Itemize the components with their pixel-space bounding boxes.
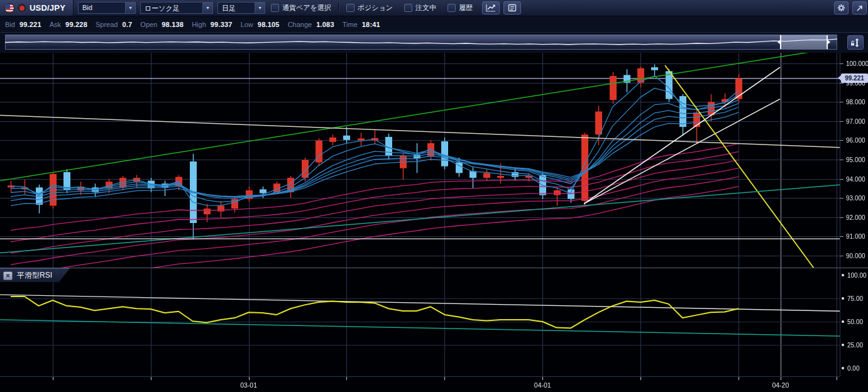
toolbar-separator bbox=[338, 3, 339, 13]
high-value: 99.337 bbox=[211, 21, 233, 28]
toolbar: USD/JPY Bid ▾ ローソク足 ▾ 日足 ▾ 通貨ペアを選択 ポジション… bbox=[0, 0, 868, 16]
checkbox-icon[interactable] bbox=[271, 4, 279, 12]
rsi-panel-tab: ✕ 平滑型RSI bbox=[0, 268, 70, 282]
chevron-down-icon[interactable]: ▾ bbox=[202, 3, 212, 13]
quote-bar: Bid99.221 Ask99.228 Spread0.7 Open98.138… bbox=[0, 16, 868, 33]
pair-label: USD/JPY bbox=[30, 3, 65, 13]
positions-checkbox[interactable]: ポジション bbox=[341, 0, 398, 16]
spread-value: 0.7 bbox=[122, 21, 132, 28]
chart-type-dropdown[interactable]: ローソク足 ▾ bbox=[140, 2, 213, 14]
checkbox-icon[interactable] bbox=[346, 4, 354, 12]
rsi-panel-title: 平滑型RSI bbox=[17, 270, 52, 281]
navigator-strip[interactable] bbox=[5, 35, 837, 50]
currency-pair-button[interactable]: USD/JPY bbox=[0, 0, 74, 16]
chart-annotate-icon bbox=[486, 4, 496, 12]
price-chart-canvas[interactable] bbox=[0, 0, 868, 392]
report-icon bbox=[508, 4, 517, 12]
time-value: 18:41 bbox=[362, 21, 380, 28]
open-value: 98.138 bbox=[162, 21, 184, 28]
us-flag-icon bbox=[4, 3, 14, 13]
draw-trendline-button[interactable] bbox=[482, 1, 500, 14]
settings-button[interactable] bbox=[834, 1, 849, 14]
japan-flag-icon bbox=[17, 3, 27, 13]
arrow-up-right-icon bbox=[856, 4, 864, 12]
history-checkbox[interactable]: 履歴 bbox=[442, 0, 478, 16]
select-pair-checkbox[interactable]: 通貨ペアを選択 bbox=[265, 0, 337, 16]
top-chrome: USD/JPY Bid ▾ ローソク足 ▾ 日足 ▾ 通貨ペアを選択 ポジション… bbox=[0, 0, 868, 33]
checkbox-icon[interactable] bbox=[404, 4, 412, 12]
chevron-down-icon[interactable]: ▾ bbox=[125, 3, 135, 13]
lock-resize-icon bbox=[850, 38, 860, 48]
checkbox-icon[interactable] bbox=[448, 4, 456, 12]
expand-button[interactable] bbox=[852, 1, 867, 14]
ask-value: 99.228 bbox=[65, 21, 87, 28]
toolbar-spacer bbox=[521, 0, 830, 16]
gear-icon bbox=[837, 4, 845, 12]
rsi-close-button[interactable]: ✕ bbox=[3, 271, 13, 280]
navigator-zoom-lock-button[interactable] bbox=[847, 35, 864, 50]
low-value: 98.105 bbox=[258, 21, 280, 28]
open-orders-checkbox[interactable]: 注文中 bbox=[398, 0, 442, 16]
bid-value: 99.221 bbox=[19, 21, 41, 28]
report-button[interactable] bbox=[503, 1, 521, 14]
price-side-dropdown[interactable]: Bid ▾ bbox=[78, 2, 136, 14]
change-value: 1.083 bbox=[316, 21, 334, 28]
timeframe-dropdown[interactable]: 日足 ▾ bbox=[217, 2, 265, 14]
chevron-down-icon[interactable]: ▾ bbox=[255, 3, 265, 13]
